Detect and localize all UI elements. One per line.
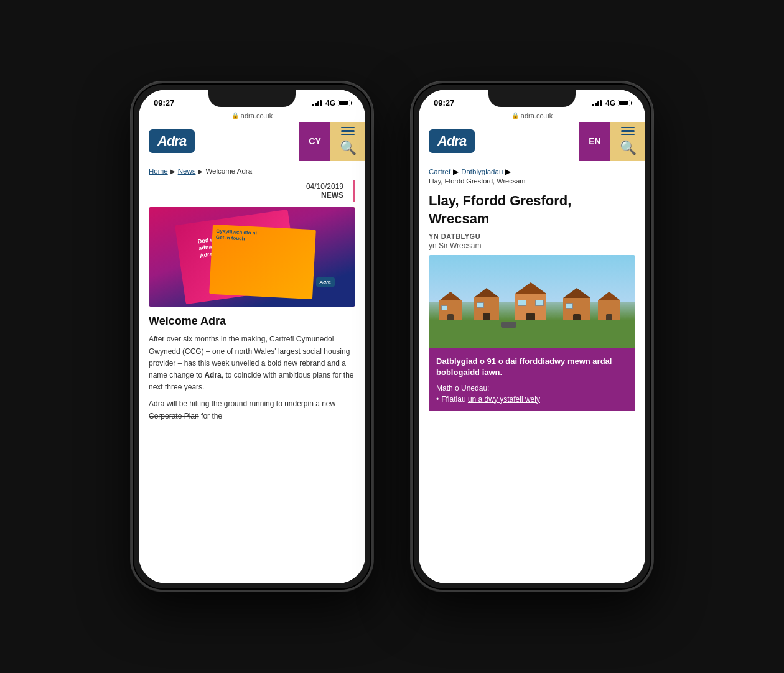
hamburger-icon-2[interactable] — [621, 127, 635, 136]
hamburger-line2-1 — [621, 127, 635, 129]
lock-icon-2: 🔒 — [511, 112, 519, 119]
math-label: Math o Unedau: — [436, 384, 628, 392]
phone-1-screen: 09:27 4G 🔒 — [139, 90, 365, 583]
header-1: Adra CY 🔍 — [139, 122, 365, 162]
breadcrumb-cartref[interactable]: Cartref — [429, 168, 450, 175]
bar2-1 — [592, 104, 594, 106]
purple-card-2: Datblygiad o 91 o dai fforddiadwy mewn a… — [429, 348, 635, 411]
menu-search-1: 🔍 — [330, 122, 365, 162]
battery-2 — [618, 100, 630, 106]
phone-2-screen: 09:27 4G 🔒 — [419, 90, 645, 583]
logo-area-1: Adra — [139, 122, 299, 162]
article-para-2: Adra will be hitting the ground running … — [149, 398, 355, 422]
phone-1-notch — [208, 90, 296, 107]
hamburger-icon-1[interactable] — [341, 127, 355, 136]
phone-1: 09:27 4G 🔒 — [131, 81, 373, 592]
house-2 — [474, 288, 499, 325]
bar2-4 — [600, 100, 602, 106]
article-body-text-4: for the — [199, 412, 222, 420]
bar2-2 — [595, 103, 597, 106]
bullet-text-1: Fflatiau un a dwy ystafell wely — [441, 395, 540, 404]
bar2 — [315, 103, 317, 106]
breadcrumb-2: Cartref ▶ Datblygiadau ▶ Llay, Ffordd Gr… — [419, 161, 645, 187]
breadcrumb-home-1[interactable]: Home — [149, 167, 168, 175]
brochure-sim-1: Dod iadnaAdra Cysylltwch efo niGet in to… — [149, 207, 355, 307]
date-category-1: 04/10/2019 NEWS — [149, 180, 355, 202]
menu-search-2: 🔍 — [610, 122, 645, 162]
url-bar-2: 🔒 adra.co.uk — [419, 110, 645, 122]
date-1: 04/10/2019 — [159, 182, 343, 191]
phone-1-frame: 09:27 4G 🔒 — [131, 81, 373, 592]
battery-1 — [338, 100, 350, 106]
bar3 — [317, 101, 319, 106]
logo-area-2: Adra — [419, 122, 579, 162]
status-icons-1: 4G — [312, 99, 350, 108]
search-icon-1[interactable]: 🔍 — [340, 140, 357, 156]
breadcrumb-datblygiadau[interactable]: Datblygiadau — [461, 168, 503, 175]
bar2-3 — [597, 101, 599, 106]
url-bar-1: 🔒 adra.co.uk — [139, 110, 365, 122]
bullet-item-1: Fflatiau un a dwy ystafell wely — [436, 395, 628, 404]
signal-type-1: 4G — [325, 99, 335, 108]
bar4 — [320, 100, 322, 106]
article-title-1: Welcome Adra — [139, 314, 365, 333]
article-image-1: Dod iadnaAdra Cysylltwch efo niGet in to… — [149, 207, 355, 307]
hamburger-line2-3 — [621, 134, 635, 136]
brochure-card-2: Cysylltwch efo niGet in touch — [209, 225, 316, 300]
bullet-prefix: Fflatiau — [441, 395, 468, 404]
hamburger-line-3 — [341, 134, 355, 136]
breadcrumb-1: Home ▶ News ▶ Welcome Adra — [139, 161, 365, 180]
brochure-adra-label: Adra — [316, 277, 335, 287]
screen-content-2: Cartref ▶ Datblygiadau ▶ Llay, Ffordd Gr… — [419, 161, 645, 583]
article-body-1: After over six months in the making, Car… — [139, 333, 365, 422]
separator-2b: ▶ — [505, 167, 511, 176]
separator-1b: ▶ — [198, 168, 203, 175]
purple-card-text: Datblygiad o 91 o dai fforddiadwy mewn a… — [436, 356, 628, 378]
status-icons-2: 4G — [592, 99, 630, 108]
signal-bars-1 — [312, 100, 322, 106]
url-text-2: adra.co.uk — [521, 112, 553, 119]
bullet-link[interactable]: un a dwy ystafell wely — [468, 395, 540, 404]
signal-type-2: 4G — [605, 99, 615, 108]
category-1: NEWS — [159, 191, 343, 200]
yn-datblygu: YN DATBLYGU — [419, 230, 645, 240]
signal-bars-2 — [592, 100, 602, 106]
phone-2: 09:27 4G 🔒 — [411, 81, 653, 592]
phone-2-frame: 09:27 4G 🔒 — [411, 81, 653, 592]
yn-sub: yn Sir Wrecsam — [419, 240, 645, 255]
article-bold-1: Adra — [204, 371, 221, 379]
phones-container: 09:27 4G 🔒 — [106, 57, 678, 616]
header-2: Adra EN 🔍 — [419, 122, 645, 162]
search-icon-2[interactable]: 🔍 — [620, 140, 637, 156]
separator-1a: ▶ — [170, 168, 175, 175]
time-2: 09:27 — [434, 98, 454, 108]
breadcrumb-news-1[interactable]: News — [178, 167, 196, 175]
battery-fill-2 — [619, 101, 628, 105]
lock-icon-1: 🔒 — [231, 112, 239, 119]
ground-sim — [429, 320, 635, 348]
breadcrumb-row1: Cartref ▶ Datblygiadau ▶ — [429, 167, 635, 176]
breadcrumb-sub-2: Llay, Ffordd Gresford, Wrecsam — [429, 177, 635, 185]
url-text-1: adra.co.uk — [241, 112, 273, 119]
lang-button-2[interactable]: EN — [579, 122, 610, 162]
hamburger-line-2 — [341, 130, 355, 132]
bar1 — [312, 104, 314, 106]
page-title-2: Llay, Ffordd Gresford, Wrecsam — [419, 187, 645, 230]
adra-logo-1: Adra — [149, 129, 195, 153]
separator-2a: ▶ — [453, 167, 459, 176]
adra-logo-2: Adra — [429, 129, 475, 153]
screen-content-1: Home ▶ News ▶ Welcome Adra 04/10/2019 NE… — [139, 161, 365, 583]
breadcrumb-current-1: Welcome Adra — [205, 167, 252, 175]
houses-sim — [429, 255, 635, 348]
hamburger-line2-2 — [621, 130, 635, 132]
phone-2-notch — [488, 90, 576, 107]
battery-fill-1 — [339, 101, 348, 105]
car-sim — [501, 322, 516, 328]
property-image-2 — [429, 255, 635, 348]
lang-button-1[interactable]: CY — [299, 122, 330, 162]
hamburger-line-1 — [341, 127, 355, 129]
time-1: 09:27 — [154, 98, 174, 108]
article-para-1: After over six months in the making, Car… — [149, 333, 355, 393]
article-body-text-3: Adra will be hitting the ground running … — [149, 399, 322, 408]
